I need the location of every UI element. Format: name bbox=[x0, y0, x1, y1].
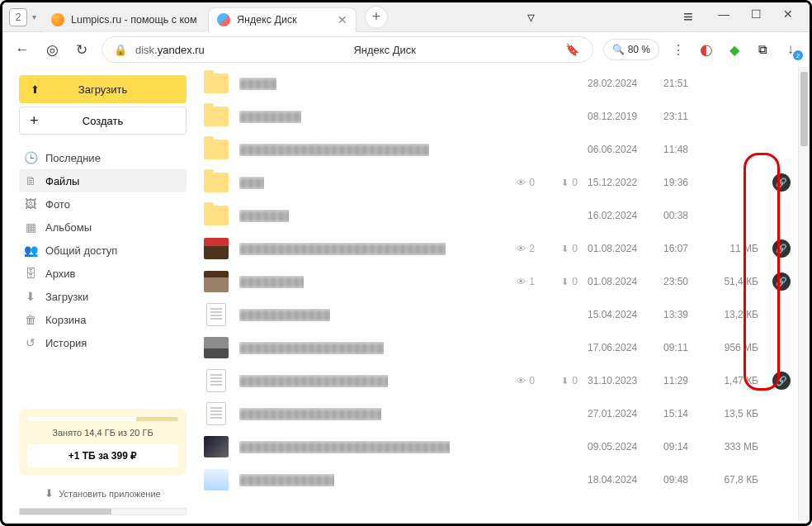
upgrade-button[interactable]: +1 ТБ за 399 ₽ bbox=[27, 444, 178, 467]
file-list-panel: ████████████████████████████████28.02.20… bbox=[196, 67, 810, 524]
image-thumbnail-icon bbox=[204, 469, 229, 490]
lumpics-favicon-icon bbox=[51, 13, 64, 26]
share-link-icon[interactable]: 🔗 bbox=[772, 239, 791, 258]
share-link-icon[interactable]: 🔗 bbox=[772, 173, 791, 192]
close-window-icon[interactable]: ✕ bbox=[783, 7, 793, 26]
downloads-icon[interactable]: ↓ 2 bbox=[781, 40, 800, 59]
tab-lumpics[interactable]: Lumpics.ru - помощь с ком bbox=[43, 7, 208, 32]
file-date: 15.12.2022 bbox=[588, 177, 654, 188]
downloads-stat: ⬇0 bbox=[545, 375, 578, 386]
file-time: 09:48 bbox=[663, 474, 701, 486]
file-name: ████████████████████████████████ bbox=[239, 177, 264, 189]
install-app-link[interactable]: ⬇ Установить приложение bbox=[19, 487, 186, 500]
upload-button[interactable]: ⬆ Загрузить bbox=[19, 75, 186, 103]
file-name: ████████████████████████████████ bbox=[239, 276, 304, 288]
zoom-indicator[interactable]: 🔍 80 % bbox=[603, 39, 659, 60]
kebab-menu-icon[interactable]: ⋮ bbox=[669, 40, 687, 59]
file-row[interactable]: ████████████████████████████████16.02.20… bbox=[196, 199, 801, 232]
windows-icon[interactable]: ⧉ bbox=[753, 40, 772, 59]
file-row[interactable]: ████████████████████████████████06.06.20… bbox=[196, 133, 801, 166]
views-stat: 👁0 bbox=[502, 177, 535, 188]
file-size: 1,47 КБ bbox=[710, 375, 758, 386]
sidebar-item-0[interactable]: 🕒Последние bbox=[19, 146, 186, 169]
menu-icon[interactable] bbox=[683, 7, 696, 26]
reading-list-icon[interactable]: ▿ bbox=[527, 8, 535, 26]
file-row[interactable]: ████████████████████████████████09.05.20… bbox=[196, 430, 801, 463]
file-size: 51,4 КБ bbox=[710, 276, 758, 287]
url-field[interactable]: 🔒 disk.yandex.ru Яндекс Диск 🔖 bbox=[102, 36, 593, 63]
sidebar-item-4[interactable]: 👥Общий доступ bbox=[19, 239, 186, 262]
file-date: 31.10.2023 bbox=[588, 375, 654, 386]
share-link-icon[interactable]: 🔗 bbox=[772, 272, 791, 291]
chevron-down-icon[interactable]: ▾ bbox=[32, 12, 36, 21]
sidebar-item-8[interactable]: ↺История bbox=[19, 331, 186, 354]
bookmark-icon[interactable]: 🔖 bbox=[565, 43, 579, 56]
content-area: ⬆ Загрузить + Создать 🕒Последние🗎Файлы🖼Ф… bbox=[2, 67, 810, 524]
file-name: ████████████████████████████████ bbox=[239, 144, 429, 156]
sidebar-item-2[interactable]: 🖼Фото bbox=[19, 192, 186, 216]
shield-green-icon[interactable]: ◆ bbox=[725, 40, 744, 59]
reload-button[interactable]: ↻ bbox=[72, 41, 92, 59]
zoom-value: 80 % bbox=[628, 44, 650, 55]
file-date: 08.12.2019 bbox=[588, 111, 654, 122]
back-button[interactable]: ← bbox=[12, 41, 32, 58]
file-time: 09:11 bbox=[663, 342, 701, 353]
tab-yandex-disk[interactable]: Яндекс Диск ✕ bbox=[208, 7, 356, 32]
file-size: 67,8 КБ bbox=[710, 474, 758, 486]
vertical-scrollbar[interactable] bbox=[798, 67, 810, 521]
file-size: 956 МБ bbox=[710, 342, 758, 353]
file-row[interactable]: ████████████████████████████████27.01.20… bbox=[196, 397, 801, 430]
file-name: ████████████████████████████████ bbox=[239, 408, 381, 420]
file-date: 09.05.2024 bbox=[588, 441, 654, 453]
upload-icon: ⬆ bbox=[31, 83, 40, 96]
close-tab-icon[interactable]: ✕ bbox=[338, 13, 347, 26]
file-row[interactable]: ████████████████████████████████08.12.20… bbox=[196, 100, 801, 133]
adblock-icon[interactable]: ◐ bbox=[697, 40, 715, 59]
file-row[interactable]: ████████████████████████████████👁0⬇015.1… bbox=[196, 166, 801, 199]
page-title: Яндекс Диск bbox=[353, 44, 416, 56]
file-time: 11:29 bbox=[663, 375, 701, 386]
create-button[interactable]: + Создать bbox=[19, 107, 186, 135]
image-thumbnail-icon bbox=[204, 337, 229, 358]
horizontal-scrollbar[interactable] bbox=[19, 508, 186, 515]
file-row[interactable]: ████████████████████████████████18.04.20… bbox=[196, 463, 801, 496]
nav-icon: ↺ bbox=[24, 336, 37, 349]
file-time: 15:14 bbox=[663, 408, 701, 419]
nav-label: Альбомы bbox=[45, 221, 92, 234]
minimize-icon[interactable]: — bbox=[718, 7, 729, 26]
file-row[interactable]: ████████████████████████████████15.04.20… bbox=[196, 298, 801, 331]
yandex-disk-favicon-icon bbox=[217, 13, 230, 26]
shield-icon[interactable]: ◎ bbox=[42, 41, 62, 59]
nav-label: История bbox=[45, 337, 87, 349]
file-name: ████████████████████████████████ bbox=[239, 111, 301, 123]
downloads-stat: ⬇0 bbox=[545, 243, 578, 254]
sidebar-item-6[interactable]: ⬇Загрузки bbox=[19, 285, 186, 308]
document-icon bbox=[206, 303, 226, 326]
file-row[interactable]: ████████████████████████████████28.02.20… bbox=[196, 67, 801, 100]
file-time: 09:14 bbox=[663, 441, 701, 453]
share-link-icon[interactable]: 🔗 bbox=[772, 372, 791, 390]
tab-label: Lumpics.ru - помощь с ком bbox=[71, 14, 197, 26]
nav-label: Файлы bbox=[45, 175, 79, 187]
new-tab-button[interactable]: + bbox=[365, 6, 388, 29]
sidebar-nav: 🕒Последние🗎Файлы🖼Фото▦Альбомы👥Общий дост… bbox=[19, 146, 186, 354]
tab-count-badge[interactable]: 2 bbox=[9, 8, 27, 26]
folder-icon bbox=[204, 107, 229, 126]
file-row[interactable]: ████████████████████████████████👁1⬇001.0… bbox=[196, 265, 801, 298]
file-size: 11 МБ bbox=[710, 243, 758, 254]
nav-icon: 🗑 bbox=[24, 313, 37, 326]
file-row[interactable]: ████████████████████████████████👁0⬇031.1… bbox=[196, 364, 801, 397]
sidebar-item-5[interactable]: 🗄Архив bbox=[19, 262, 186, 285]
sidebar-item-7[interactable]: 🗑Корзина bbox=[19, 308, 186, 331]
sidebar-item-1[interactable]: 🗎Файлы bbox=[19, 169, 186, 192]
downloads-stat: ⬇0 bbox=[545, 276, 578, 287]
sidebar-item-3[interactable]: ▦Альбомы bbox=[19, 216, 186, 239]
file-row[interactable]: ████████████████████████████████👁2⬇001.0… bbox=[196, 232, 801, 265]
image-thumbnail-icon bbox=[204, 271, 229, 292]
file-row[interactable]: ████████████████████████████████17.06.20… bbox=[196, 331, 801, 364]
views-stat: 👁2 bbox=[502, 243, 535, 254]
file-time: 00:38 bbox=[663, 210, 701, 221]
file-date: 06.06.2024 bbox=[588, 144, 654, 155]
maximize-icon[interactable]: ☐ bbox=[751, 7, 762, 26]
window-controls: — ☐ ✕ bbox=[683, 7, 806, 26]
